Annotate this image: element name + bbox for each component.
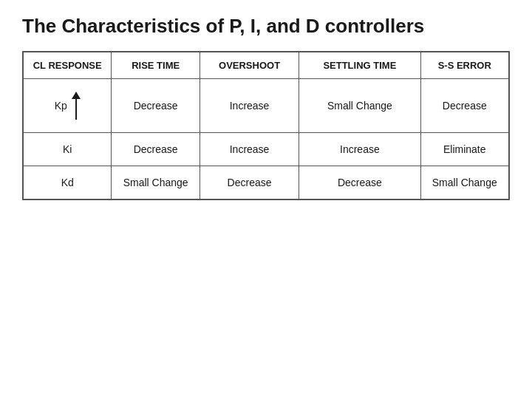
header-overshoot: OVERSHOOT	[200, 52, 299, 79]
header-rise-time: RISE TIME	[112, 52, 200, 79]
header-settling-time: SETTLING TIME	[299, 52, 420, 79]
cell-kp-overshoot: Increase	[200, 79, 299, 133]
header-ss-error: S-S ERROR	[420, 52, 509, 79]
cell-kd-label: Kd	[24, 166, 112, 200]
cell-kd-overshoot: Decrease	[200, 166, 299, 200]
table-row-kd: Kd Small Change Decrease Decrease Small …	[24, 166, 509, 200]
cell-ki-ss: Eliminate	[420, 133, 509, 166]
table-row-ki: Ki Decrease Increase Increase Eliminate	[24, 133, 509, 166]
characteristics-table: CL RESPONSE RISE TIME OVERSHOOT SETTLING…	[23, 52, 509, 200]
cell-ki-label: Ki	[24, 133, 112, 166]
cell-ki-settling: Increase	[299, 133, 420, 166]
cell-kd-rise: Small Change	[112, 166, 200, 200]
kp-label: Kp	[55, 100, 67, 112]
kp-arrow-icon	[72, 89, 81, 122]
header-cl-response: CL RESPONSE	[24, 52, 112, 79]
cell-kp-settling: Small Change	[299, 79, 420, 133]
page-title: The Characteristics of P, I, and D contr…	[22, 15, 510, 38]
cell-kd-settling: Decrease	[299, 166, 420, 200]
cell-ki-overshoot: Increase	[200, 133, 299, 166]
cell-kd-ss: Small Change	[420, 166, 509, 200]
table-row-kp: Kp Decrease Increase Small Change Decrea…	[24, 79, 509, 133]
cell-kp-rise: Decrease	[112, 79, 200, 133]
cell-kp-ss: Decrease	[420, 79, 509, 133]
cell-kp-label: Kp	[24, 79, 112, 133]
cell-ki-rise: Decrease	[112, 133, 200, 166]
table-wrapper: CL RESPONSE RISE TIME OVERSHOOT SETTLING…	[22, 51, 510, 200]
table-header-row: CL RESPONSE RISE TIME OVERSHOOT SETTLING…	[24, 52, 509, 79]
page-container: The Characteristics of P, I, and D contr…	[0, 0, 532, 399]
